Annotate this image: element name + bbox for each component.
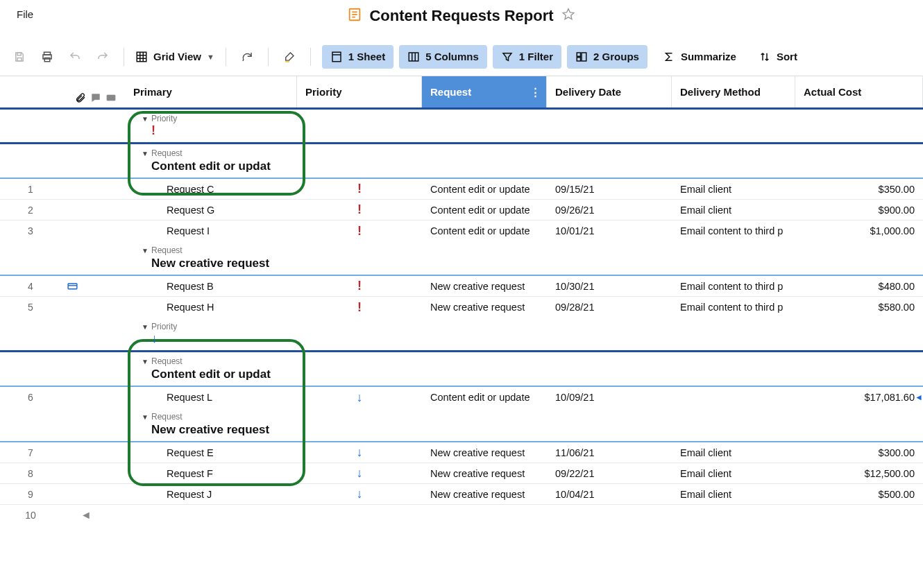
cell-request[interactable]: Content edit or update — [422, 225, 547, 236]
cell-priority[interactable]: ! — [297, 279, 422, 293]
cell-method[interactable]: Email client — [672, 447, 795, 458]
comment-icon[interactable] — [90, 92, 101, 103]
cell-primary[interactable]: Request C — [125, 184, 297, 195]
cell-date[interactable]: 10/04/21 — [547, 489, 672, 500]
column-header-actual-cost[interactable]: Actual Cost — [795, 76, 923, 107]
cell-primary[interactable]: Request E — [125, 447, 297, 458]
column-header-primary[interactable]: Primary — [125, 76, 297, 107]
cell-date[interactable]: 11/06/21 — [547, 447, 672, 458]
cell-date[interactable]: 09/15/21 — [547, 184, 672, 195]
cell-cost[interactable]: $1,000.00 — [795, 225, 923, 236]
group-header-new-creative[interactable]: ▼ Request New creative request — [0, 408, 923, 441]
table-row[interactable]: 4 Request B ! New creative request 10/30… — [0, 276, 923, 297]
print-icon[interactable] — [37, 47, 57, 67]
column-header-request[interactable]: Request ⋮ — [422, 76, 547, 107]
cell-primary[interactable]: Request J — [125, 489, 297, 500]
group-header-content-edit[interactable]: ▼ Request Content edit or updat — [0, 144, 923, 178]
cell-cost[interactable]: $300.00 — [795, 447, 923, 458]
cell-primary[interactable]: Request I — [125, 225, 297, 236]
cell-primary[interactable]: Request B — [125, 281, 297, 292]
scroll-left-icon[interactable]: ◄ — [81, 509, 92, 521]
sort-button[interactable]: Sort — [752, 45, 804, 69]
card-indicator-icon[interactable] — [61, 280, 83, 292]
table-row[interactable]: 3 Request I ! Content edit or update 10/… — [0, 220, 923, 241]
cell-date[interactable]: 09/22/21 — [547, 468, 672, 479]
column-header-priority[interactable]: Priority — [297, 76, 422, 107]
cell-request[interactable]: Content edit or update — [422, 184, 547, 195]
groups-pill[interactable]: 2 Groups — [567, 45, 647, 69]
cell-primary[interactable]: Request G — [125, 205, 297, 216]
highlight-icon[interactable] — [280, 47, 299, 67]
redo-icon[interactable] — [93, 47, 112, 67]
cell-cost[interactable]: $500.00 — [795, 489, 923, 500]
cell-method[interactable]: Email client — [672, 184, 795, 195]
table-row[interactable]: 1 Request C ! Content edit or update 09/… — [0, 179, 923, 200]
sheet-pill[interactable]: 1 Sheet — [322, 45, 393, 69]
group-header-content-edit[interactable]: ▼ Request Content edit or updat — [0, 352, 923, 386]
cell-cost[interactable]: $480.00 — [795, 281, 923, 292]
cell-cost[interactable]: $580.00 — [795, 302, 923, 313]
cell-method[interactable]: Email client — [672, 205, 795, 216]
cell-primary[interactable]: Request L — [125, 392, 297, 403]
group-header-priority-low[interactable]: ▼ Priority ↓ — [0, 318, 923, 350]
table-row[interactable]: 6 Request L ↓ Content edit or update 10/… — [0, 387, 923, 408]
attachment-icon[interactable] — [75, 92, 86, 103]
refresh-icon[interactable] — [237, 47, 257, 67]
cell-priority[interactable]: ↓ — [297, 466, 422, 481]
cell-request[interactable]: Content edit or update — [422, 392, 547, 403]
table-row[interactable]: 10 — [0, 505, 923, 526]
star-icon[interactable] — [561, 7, 576, 25]
cell-date[interactable]: 10/09/21 — [547, 392, 672, 403]
cell-method[interactable]: Email client — [672, 468, 795, 479]
cell-request[interactable]: New creative request — [422, 447, 547, 458]
table-row[interactable]: 2 Request G ! Content edit or update 09/… — [0, 200, 923, 220]
column-header-delivery-method[interactable]: Delivery Method — [672, 76, 795, 107]
group-header-new-creative[interactable]: ▼ Request New creative request — [0, 241, 923, 275]
cell-priority[interactable]: ! — [297, 224, 422, 239]
cell-cost[interactable]: $900.00 — [795, 205, 923, 216]
cell-priority[interactable]: ! — [297, 300, 422, 315]
view-selector[interactable]: Grid View ▼ — [135, 51, 214, 63]
cell-priority[interactable]: ↓ — [297, 390, 422, 405]
table-row[interactable]: 7 Request E ↓ New creative request 11/06… — [0, 442, 923, 463]
caret-down-icon: ▼ — [142, 413, 149, 421]
cell-priority[interactable]: ↓ — [297, 487, 422, 501]
group-request-label: Request — [151, 356, 923, 366]
columns-pill[interactable]: 5 Columns — [399, 45, 487, 69]
caret-down-icon: ▼ — [142, 247, 149, 254]
cell-date[interactable]: 09/26/21 — [547, 205, 672, 216]
file-menu[interactable]: File — [17, 8, 33, 20]
cell-request[interactable]: Content edit or update — [422, 205, 547, 216]
undo-icon[interactable] — [65, 47, 85, 67]
cell-date[interactable]: 10/01/21 — [547, 225, 672, 236]
table-row[interactable]: 9 Request J ↓ New creative request 10/04… — [0, 484, 923, 505]
filter-pill[interactable]: 1 Filter — [493, 45, 561, 69]
cell-priority[interactable]: ↓ — [297, 445, 422, 460]
table-row[interactable]: 5 Request H ! New creative request 09/28… — [0, 297, 923, 318]
cell-cost[interactable]: $17,081.60 — [795, 392, 923, 403]
cell-date[interactable]: 10/30/21 — [547, 281, 672, 292]
column-menu-icon[interactable]: ⋮ — [530, 86, 541, 98]
cell-method[interactable]: Email client — [672, 489, 795, 500]
summarize-button[interactable]: Summarize — [656, 45, 743, 69]
cell-primary[interactable]: Request H — [125, 302, 297, 313]
cell-request[interactable]: New creative request — [422, 489, 547, 500]
cell-cost[interactable]: $12,500.00 — [795, 468, 923, 479]
table-row[interactable]: 8 Request F ↓ New creative request 09/22… — [0, 463, 923, 484]
cell-method[interactable]: Email content to third p — [672, 225, 795, 236]
card-icon[interactable] — [105, 92, 117, 103]
cell-method[interactable]: Email content to third p — [672, 302, 795, 313]
cell-request[interactable]: New creative request — [422, 468, 547, 479]
cell-priority[interactable]: ! — [297, 202, 422, 217]
save-icon[interactable] — [10, 47, 29, 67]
group-header-priority-high[interactable]: ▼ Priority ! — [0, 110, 923, 142]
cell-request[interactable]: New creative request — [422, 281, 547, 292]
group-request-value: Content edit or updat — [151, 368, 923, 381]
column-header-delivery-date[interactable]: Delivery Date — [547, 76, 672, 107]
cell-primary[interactable]: Request F — [125, 468, 297, 479]
cell-date[interactable]: 09/28/21 — [547, 302, 672, 313]
cell-priority[interactable]: ! — [297, 182, 422, 196]
cell-request[interactable]: New creative request — [422, 302, 547, 313]
cell-method[interactable]: Email content to third p — [672, 281, 795, 292]
cell-cost[interactable]: $350.00 — [795, 184, 923, 195]
